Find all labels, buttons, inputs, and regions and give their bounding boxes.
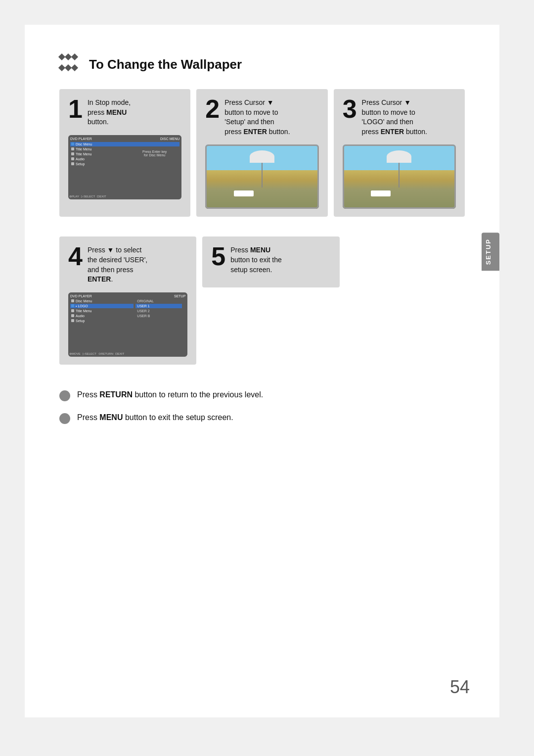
- umbrella: [387, 150, 411, 188]
- bottom-exit: ⊡EXIT: [97, 194, 106, 198]
- menu-item-label: Setup: [76, 162, 85, 166]
- menu-item-label: Title Menu: [76, 147, 91, 151]
- setup-right-label: SETUP: [174, 294, 185, 298]
- setup-disc-menu: Disc Menu: [70, 299, 134, 303]
- setup-body: Disc Menu • LOGO Title Menu: [70, 299, 185, 355]
- menu-item-label: Title Menu: [76, 152, 91, 156]
- menu-icon: [71, 309, 74, 312]
- heading-icon: [59, 54, 83, 74]
- note-2: Press MENU button to exit the setup scre…: [59, 412, 465, 424]
- setup-item-label: • LOGO: [76, 304, 88, 308]
- step-1-screen: DVD PLAYER DISC MENU Disc Menu Title Men…: [68, 135, 181, 199]
- step-1-text: In Stop mode,press MENUbutton.: [88, 96, 131, 127]
- menu-icon: [71, 319, 74, 322]
- step-3-text: Press Cursor ▼button to move to'LOGO' an…: [362, 96, 427, 137]
- bottom-play: ⊛PLAY: [69, 194, 79, 198]
- umbrella-stick: [399, 163, 400, 188]
- menu-icon: [71, 152, 74, 155]
- umbrella-top: [250, 150, 274, 163]
- step-1: 1 In Stop mode,press MENUbutton. DVD PLA…: [59, 89, 190, 217]
- setup-title-menu2: Title Menu: [70, 309, 134, 313]
- step-4-screen: DVD PLAYER SETUP Disc Menu • LOGO: [68, 292, 187, 357]
- setup-bottom-bar: ⊛MOVE ▷SELECT ⊙RETURN ⊡EXIT: [69, 352, 186, 355]
- disc-menu-title-bar: DVD PLAYER DISC MENU: [70, 137, 179, 141]
- step-3-screen: [343, 144, 456, 209]
- step-5-text: Press MENUbutton to exit thesetup screen…: [230, 243, 282, 275]
- setup-left-menu: Disc Menu • LOGO Title Menu: [70, 299, 134, 355]
- setup-item-label: Audio: [76, 314, 85, 318]
- step-4-header: 4 Press ▼ to selectthe desired 'USER',an…: [68, 243, 147, 284]
- note-1: Press RETURN button to return to the pre…: [59, 389, 465, 401]
- beach-table: [371, 190, 391, 196]
- section-heading: To Change the Wallpaper: [59, 54, 465, 74]
- disc-menu-center-text: Press Enter keyfor Disc Menu: [142, 150, 167, 157]
- setup-left-label: DVD PLAYER: [70, 294, 92, 298]
- side-tab: SETUP: [482, 233, 499, 271]
- step-5-number: 5: [211, 243, 225, 269]
- note-bullet-2: [59, 413, 70, 424]
- umbrella: [250, 150, 274, 188]
- menu-item-label: Disc Menu: [76, 142, 92, 146]
- steps-row-1: 1 In Stop mode,press MENUbutton. DVD PLA…: [59, 89, 465, 217]
- menu-item-setup: Setup: [70, 162, 179, 166]
- step-3-number: 3: [343, 96, 357, 122]
- menu-icon: [71, 314, 74, 317]
- setup-top-bar: DVD PLAYER SETUP: [70, 294, 185, 298]
- notes-section: Press RETURN button to return to the pre…: [59, 389, 465, 424]
- menu-item-disc: Disc Menu: [70, 142, 179, 146]
- step-4: 4 Press ▼ to selectthe desired 'USER',an…: [59, 236, 196, 364]
- option-userb: USER B: [135, 314, 182, 318]
- disc-menu-right-label: DISC MENU: [160, 137, 179, 141]
- menu-icon: [71, 147, 74, 150]
- bottom-select: ▷SELECT: [83, 352, 96, 355]
- setup-item-label: Title Menu: [76, 309, 91, 313]
- setup-item-label: Setup: [76, 319, 85, 323]
- disc-menu-bottom-bar: ⊛PLAY ▷SELECT ⊡EXIT: [69, 194, 180, 198]
- step-2-screen: [205, 144, 318, 209]
- disc-menu-left-label: DVD PLAYER: [70, 137, 92, 141]
- option-user1: USER 1: [135, 304, 182, 308]
- umbrella-stick: [262, 163, 263, 188]
- menu-icon: [71, 142, 74, 145]
- menu-icon: [71, 304, 74, 307]
- menu-item-audio: Audio: [70, 157, 179, 161]
- setup-setup: Setup: [70, 319, 134, 323]
- setup-screen: DVD PLAYER SETUP Disc Menu • LOGO: [68, 292, 187, 357]
- section-title: To Change the Wallpaper: [89, 57, 242, 72]
- menu-item-label: Audio: [76, 157, 85, 161]
- page-content: To Change the Wallpaper 1 In Stop mode,p…: [25, 25, 499, 717]
- empty-cell: [346, 236, 465, 364]
- option-original: ORIGINAL: [135, 299, 182, 303]
- step-2: 2 Press Cursor ▼button to move to'Setup'…: [196, 89, 327, 217]
- step-5: 5 Press MENUbutton to exit thesetup scre…: [202, 236, 339, 287]
- step-3: 3 Press Cursor ▼button to move to'LOGO' …: [334, 89, 465, 217]
- page-number: 54: [450, 677, 470, 698]
- option-user2: USER 2: [135, 309, 182, 313]
- steps-row-2: 4 Press ▼ to selectthe desired 'USER',an…: [59, 236, 465, 364]
- step-3-header: 3 Press Cursor ▼button to move to'LOGO' …: [343, 96, 427, 137]
- menu-icon: [71, 299, 74, 302]
- step-4-number: 4: [68, 243, 83, 269]
- beach-screen-2: [205, 144, 318, 209]
- bottom-return: ⊙RETURN: [98, 352, 113, 355]
- setup-item-label: Disc Menu: [76, 299, 92, 303]
- note-2-text: Press MENU button to exit the setup scre…: [77, 412, 233, 423]
- menu-icon: [71, 157, 74, 160]
- step-2-number: 2: [205, 96, 220, 122]
- step-5-header: 5 Press MENUbutton to exit thesetup scre…: [211, 243, 281, 275]
- step-1-header: 1 In Stop mode,press MENUbutton.: [68, 96, 131, 127]
- note-1-text: Press RETURN button to return to the pre…: [77, 389, 263, 400]
- note-bullet-1: [59, 390, 70, 401]
- bottom-move: ⊛MOVE: [69, 352, 81, 355]
- step-1-number: 1: [68, 96, 83, 122]
- beach-table: [234, 190, 254, 196]
- bottom-select: ▷SELECT: [81, 194, 95, 198]
- menu-icon: [71, 162, 74, 165]
- step-2-header: 2 Press Cursor ▼button to move to'Setup'…: [205, 96, 290, 137]
- bottom-exit: ⊡EXIT: [115, 352, 124, 355]
- umbrella-top: [387, 150, 411, 163]
- setup-title-menu: • LOGO: [70, 304, 134, 308]
- setup-audio: Audio: [70, 314, 134, 318]
- beach-screen-3: [343, 144, 456, 209]
- step-4-text: Press ▼ to selectthe desired 'USER',and …: [88, 243, 147, 284]
